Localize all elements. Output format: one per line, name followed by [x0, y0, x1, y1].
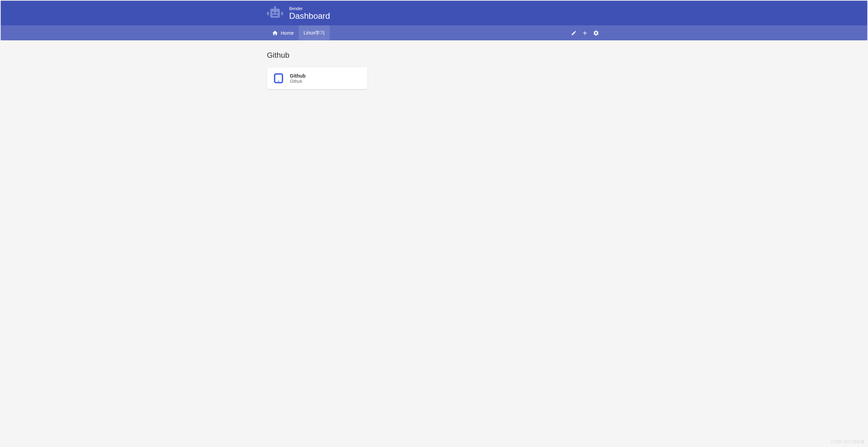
robot-logo-icon — [267, 6, 283, 21]
plus-icon — [582, 30, 588, 36]
nav-tab-label: Linux学习 — [304, 30, 325, 36]
svg-rect-6 — [272, 15, 277, 16]
tablet-icon — [273, 73, 284, 83]
add-button[interactable] — [582, 30, 588, 36]
main-content: Github Github Github — [1, 40, 867, 446]
nav-tab-label: Home — [281, 30, 294, 36]
nav-tab-linux[interactable]: Linux学习 — [299, 25, 330, 40]
watermark: CSDN @江湖有缘 — [830, 439, 865, 445]
gear-icon — [593, 30, 599, 36]
section-title: Github — [267, 51, 601, 60]
svg-rect-0 — [270, 9, 280, 18]
svg-rect-3 — [274, 6, 276, 8]
svg-rect-2 — [281, 12, 283, 15]
card-title: Github — [290, 73, 306, 79]
card-github[interactable]: Github Github — [267, 67, 367, 89]
nav-tabs: Home Linux学习 — [267, 25, 330, 40]
nav-actions — [571, 25, 601, 40]
nav-tab-home[interactable]: Home — [267, 25, 299, 40]
svg-point-4 — [272, 11, 274, 14]
home-icon — [272, 30, 278, 36]
header-title: Dashboard — [289, 12, 330, 20]
pencil-icon — [571, 30, 577, 36]
svg-point-8 — [278, 81, 279, 82]
settings-button[interactable] — [593, 30, 599, 36]
card-grid: Github Github — [267, 67, 601, 89]
svg-point-5 — [276, 11, 278, 14]
header-subtitle: Bender — [289, 6, 330, 11]
card-subtitle: Github — [290, 79, 306, 84]
header: Bender Dashboard — [1, 1, 867, 25]
navbar: Home Linux学习 — [1, 25, 867, 40]
svg-rect-1 — [267, 12, 269, 15]
edit-button[interactable] — [571, 30, 577, 36]
